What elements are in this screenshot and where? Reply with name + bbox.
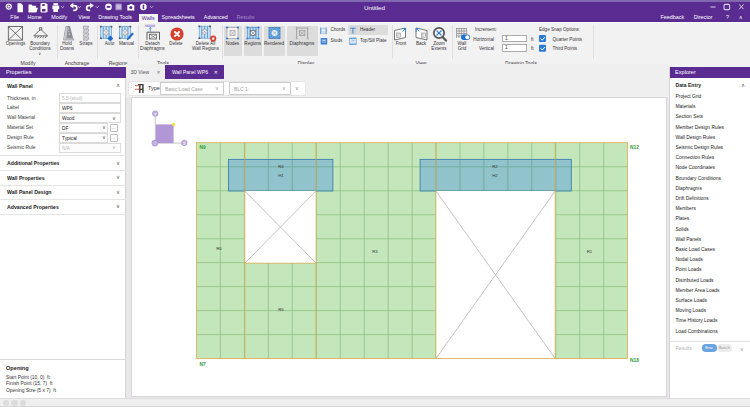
svg-text:R1: R1	[587, 249, 593, 254]
svg-text:H2: H2	[492, 173, 498, 178]
svg-text:R2: R2	[492, 164, 498, 169]
svg-text:N12: N12	[630, 145, 639, 150]
svg-text:N18: N18	[630, 358, 639, 363]
svg-text:H: H	[322, 38, 326, 44]
svg-text:R4: R4	[278, 164, 284, 169]
svg-text:X: X	[183, 141, 186, 146]
svg-text:R5: R5	[278, 307, 284, 312]
svg-text:N9: N9	[200, 145, 206, 150]
svg-text:N7: N7	[200, 362, 206, 367]
svg-text:H: H	[351, 39, 354, 44]
svg-text:H: H	[322, 27, 326, 33]
svg-text:R6: R6	[216, 246, 222, 251]
svg-text:R3: R3	[372, 249, 378, 254]
svg-text:H1: H1	[278, 173, 284, 178]
svg-text:Y: Y	[154, 112, 157, 117]
